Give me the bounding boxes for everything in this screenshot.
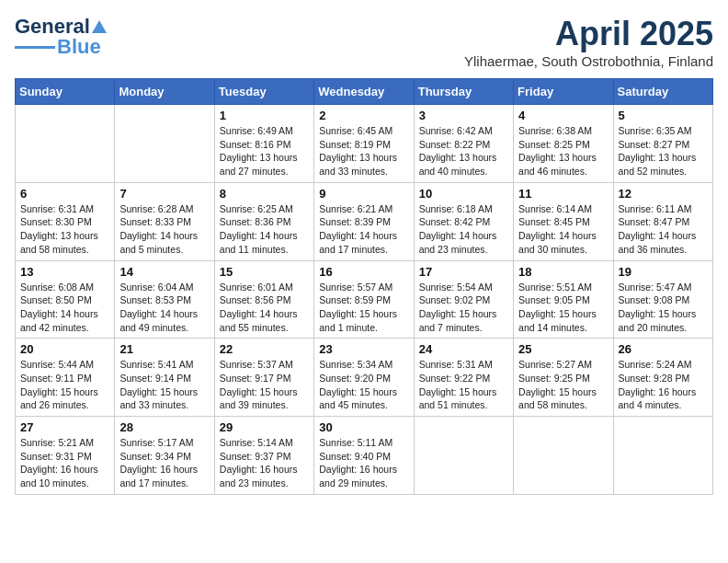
cell-info: Sunrise: 5:37 AMSunset: 9:17 PMDaylight:…	[220, 358, 309, 412]
cell-info: Sunrise: 6:31 AMSunset: 8:30 PMDaylight:…	[20, 202, 109, 257]
cell-info: Sunrise: 5:24 AMSunset: 9:28 PMDaylight:…	[619, 358, 708, 412]
day-number: 29	[220, 420, 309, 434]
calendar-cell	[414, 417, 513, 495]
calendar-cell: 6Sunrise: 6:31 AMSunset: 8:30 PMDaylight…	[16, 182, 115, 260]
cell-info: Sunrise: 5:57 AMSunset: 8:59 PMDaylight:…	[319, 281, 408, 335]
calendar-cell	[514, 417, 613, 495]
calendar-cell: 30Sunrise: 5:11 AMSunset: 9:40 PMDayligh…	[314, 417, 414, 495]
day-number: 4	[518, 109, 608, 122]
month-year: April 2025	[464, 15, 713, 53]
cell-info: Sunrise: 6:18 AMSunset: 8:42 PMDaylight:…	[419, 202, 508, 257]
calendar-cell	[115, 105, 214, 183]
calendar-cell: 8Sunrise: 6:25 AMSunset: 8:36 PMDaylight…	[214, 182, 313, 260]
calendar-cell: 28Sunrise: 5:17 AMSunset: 9:34 PMDayligh…	[115, 417, 214, 495]
calendar-cell: 25Sunrise: 5:27 AMSunset: 9:25 PMDayligh…	[514, 339, 613, 417]
calendar-cell: 1Sunrise: 6:49 AMSunset: 8:16 PMDaylight…	[214, 105, 313, 183]
calendar-cell	[613, 417, 712, 495]
page-header: General Blue April 2025 Ylihaermae, Sout…	[15, 15, 713, 69]
day-number: 8	[220, 187, 309, 201]
cell-info: Sunrise: 6:14 AMSunset: 8:45 PMDaylight:…	[518, 202, 608, 257]
calendar-cell: 16Sunrise: 5:57 AMSunset: 8:59 PMDayligh…	[314, 260, 414, 339]
day-header-wednesday: Wednesday	[314, 79, 414, 105]
calendar-cell: 9Sunrise: 6:21 AMSunset: 8:39 PMDaylight…	[314, 182, 414, 260]
cell-info: Sunrise: 6:08 AMSunset: 8:50 PMDaylight:…	[20, 281, 109, 335]
calendar-cell: 24Sunrise: 5:31 AMSunset: 9:22 PMDayligh…	[414, 339, 513, 417]
day-number: 1	[220, 109, 309, 122]
cell-info: Sunrise: 6:35 AMSunset: 8:27 PMDaylight:…	[619, 124, 708, 178]
calendar-cell: 12Sunrise: 6:11 AMSunset: 8:47 PMDayligh…	[613, 182, 712, 260]
cell-info: Sunrise: 5:21 AMSunset: 9:31 PMDaylight:…	[20, 436, 109, 490]
day-number: 20	[20, 342, 109, 356]
day-number: 14	[119, 265, 209, 279]
day-number: 17	[419, 265, 508, 279]
cell-info: Sunrise: 6:38 AMSunset: 8:25 PMDaylight:…	[518, 124, 608, 178]
day-number: 21	[119, 342, 209, 356]
day-number: 23	[319, 342, 408, 356]
calendar-table: SundayMondayTuesdayWednesdayThursdayFrid…	[15, 78, 713, 495]
day-number: 13	[20, 265, 109, 279]
cell-info: Sunrise: 5:51 AMSunset: 9:05 PMDaylight:…	[518, 281, 608, 335]
calendar-cell: 26Sunrise: 5:24 AMSunset: 9:28 PMDayligh…	[613, 339, 712, 417]
cell-info: Sunrise: 6:11 AMSunset: 8:47 PMDaylight:…	[619, 202, 708, 257]
cell-info: Sunrise: 6:01 AMSunset: 8:56 PMDaylight:…	[220, 281, 309, 335]
cell-info: Sunrise: 5:14 AMSunset: 9:37 PMDaylight:…	[220, 436, 309, 490]
day-number: 6	[20, 187, 109, 201]
calendar-cell: 17Sunrise: 5:54 AMSunset: 9:02 PMDayligh…	[414, 260, 513, 339]
day-number: 2	[319, 109, 408, 122]
day-header-friday: Friday	[514, 79, 613, 105]
day-number: 25	[518, 342, 608, 356]
cell-info: Sunrise: 5:44 AMSunset: 9:11 PMDaylight:…	[20, 358, 109, 412]
logo: General Blue	[15, 15, 108, 59]
day-number: 18	[518, 265, 608, 279]
title-block: April 2025 Ylihaermae, South Ostrobothni…	[464, 15, 713, 69]
day-number: 9	[319, 187, 408, 201]
logo-blue: Blue	[57, 35, 101, 59]
calendar-cell: 19Sunrise: 5:47 AMSunset: 9:08 PMDayligh…	[613, 260, 712, 339]
calendar-cell: 29Sunrise: 5:14 AMSunset: 9:37 PMDayligh…	[214, 417, 313, 495]
calendar-cell: 15Sunrise: 6:01 AMSunset: 8:56 PMDayligh…	[214, 260, 313, 339]
day-number: 10	[419, 187, 508, 201]
calendar-header-row: SundayMondayTuesdayWednesdayThursdayFrid…	[16, 79, 713, 105]
day-number: 11	[518, 187, 608, 201]
calendar-cell: 3Sunrise: 6:42 AMSunset: 8:22 PMDaylight…	[414, 105, 513, 183]
day-number: 5	[619, 109, 708, 122]
cell-info: Sunrise: 6:04 AMSunset: 8:53 PMDaylight:…	[119, 281, 209, 335]
calendar-week-5: 27Sunrise: 5:21 AMSunset: 9:31 PMDayligh…	[16, 417, 713, 495]
day-number: 16	[319, 265, 408, 279]
cell-info: Sunrise: 5:54 AMSunset: 9:02 PMDaylight:…	[419, 281, 508, 335]
calendar-cell: 23Sunrise: 5:34 AMSunset: 9:20 PMDayligh…	[314, 339, 414, 417]
cell-info: Sunrise: 5:34 AMSunset: 9:20 PMDaylight:…	[319, 358, 408, 412]
calendar-cell: 10Sunrise: 6:18 AMSunset: 8:42 PMDayligh…	[414, 182, 513, 260]
svg-marker-0	[92, 20, 107, 33]
logo-triangle-icon	[91, 18, 108, 35]
cell-info: Sunrise: 6:45 AMSunset: 8:19 PMDaylight:…	[319, 124, 408, 178]
day-number: 28	[119, 420, 209, 434]
day-number: 27	[20, 420, 109, 434]
calendar-cell	[16, 105, 115, 183]
calendar-week-3: 13Sunrise: 6:08 AMSunset: 8:50 PMDayligh…	[16, 260, 713, 339]
calendar-week-2: 6Sunrise: 6:31 AMSunset: 8:30 PMDaylight…	[16, 182, 713, 260]
day-number: 3	[419, 109, 508, 122]
day-number: 12	[619, 187, 708, 201]
cell-info: Sunrise: 5:47 AMSunset: 9:08 PMDaylight:…	[619, 281, 708, 335]
calendar-cell: 7Sunrise: 6:28 AMSunset: 8:33 PMDaylight…	[115, 182, 214, 260]
cell-info: Sunrise: 5:11 AMSunset: 9:40 PMDaylight:…	[319, 436, 408, 490]
calendar-cell: 11Sunrise: 6:14 AMSunset: 8:45 PMDayligh…	[514, 182, 613, 260]
day-number: 24	[419, 342, 508, 356]
cell-info: Sunrise: 5:17 AMSunset: 9:34 PMDaylight:…	[119, 436, 209, 490]
day-number: 22	[220, 342, 309, 356]
calendar-cell: 14Sunrise: 6:04 AMSunset: 8:53 PMDayligh…	[115, 260, 214, 339]
logo-underline	[15, 46, 55, 49]
day-number: 19	[619, 265, 708, 279]
day-header-thursday: Thursday	[414, 79, 513, 105]
subtitle: Ylihaermae, South Ostrobothnia, Finland	[464, 53, 713, 69]
day-number: 7	[119, 187, 209, 201]
calendar-week-1: 1Sunrise: 6:49 AMSunset: 8:16 PMDaylight…	[16, 105, 713, 183]
cell-info: Sunrise: 5:31 AMSunset: 9:22 PMDaylight:…	[419, 358, 508, 412]
calendar-cell: 20Sunrise: 5:44 AMSunset: 9:11 PMDayligh…	[16, 339, 115, 417]
calendar-cell: 22Sunrise: 5:37 AMSunset: 9:17 PMDayligh…	[214, 339, 313, 417]
cell-info: Sunrise: 5:41 AMSunset: 9:14 PMDaylight:…	[119, 358, 209, 412]
calendar-cell: 2Sunrise: 6:45 AMSunset: 8:19 PMDaylight…	[314, 105, 414, 183]
day-header-monday: Monday	[115, 79, 214, 105]
calendar-cell: 27Sunrise: 5:21 AMSunset: 9:31 PMDayligh…	[16, 417, 115, 495]
